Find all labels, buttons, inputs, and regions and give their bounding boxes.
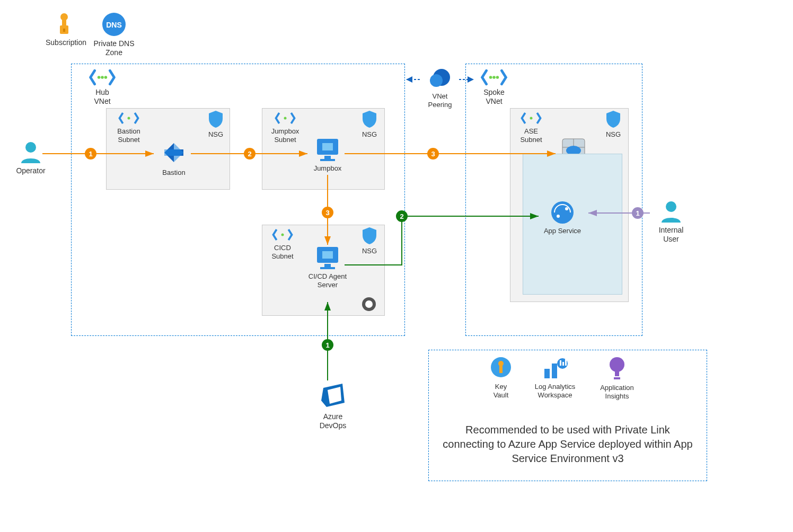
- svg-rect-47: [552, 363, 557, 378]
- svg-point-9: [101, 76, 104, 79]
- jumpbox-subnet-icon: Jumpbox Subnet: [266, 111, 304, 144]
- private-dns-label: Private DNS Zone: [90, 39, 138, 57]
- svg-point-6: [25, 142, 36, 153]
- svg-point-25: [365, 300, 373, 308]
- bastion-nsg-icon: NSG: [202, 110, 229, 139]
- private-dns-icon: DNS Private DNS Zone: [90, 12, 138, 57]
- jumpbox-label: Jumpbox: [306, 164, 349, 173]
- cicd-nsg-label: NSG: [356, 247, 383, 255]
- cicd-subnet-icon: CICD Subnet: [266, 228, 299, 260]
- bastion-icon: Bastion: [153, 139, 195, 177]
- svg-point-7: [666, 201, 676, 212]
- svg-rect-50: [562, 362, 564, 366]
- internal-user-actor: Internal User: [650, 198, 692, 244]
- svg-text:DNS: DNS: [106, 21, 122, 29]
- svg-rect-3: [63, 29, 65, 32]
- flow-badge-dev-2: 2: [396, 210, 408, 222]
- svg-point-30: [489, 76, 492, 79]
- log-analytics-label: Log Analytics Workspace: [526, 383, 584, 399]
- app-insights-label: Application Insights: [591, 384, 644, 400]
- svg-rect-17: [324, 156, 331, 159]
- svg-point-0: [60, 13, 68, 21]
- jumpbox-nsg-icon: NSG: [356, 110, 383, 139]
- svg-rect-53: [615, 371, 619, 376]
- bastion-subnet-icon: Bastion Subnet: [110, 111, 147, 144]
- jumpbox-nsg-label: NSG: [356, 130, 383, 139]
- svg-rect-16: [322, 143, 333, 150]
- svg-point-8: [98, 76, 101, 79]
- jumpbox-subnet-label: Jumpbox Subnet: [266, 127, 304, 144]
- svg-rect-45: [499, 366, 503, 373]
- bastion-nsg-label: NSG: [202, 130, 229, 139]
- spoke-nsg-label: NSG: [600, 130, 627, 139]
- svg-rect-46: [544, 369, 550, 378]
- flow-badge-user-1: 1: [632, 207, 644, 219]
- svg-point-10: [104, 76, 108, 79]
- flow-badge-op-2: 2: [244, 148, 255, 159]
- svg-point-32: [496, 76, 499, 79]
- vnet-peering-label: VNet Peering: [419, 92, 461, 109]
- svg-point-11: [128, 117, 130, 120]
- svg-rect-22: [324, 264, 331, 267]
- svg-rect-23: [320, 267, 335, 269]
- github-icon: [362, 297, 376, 314]
- svg-point-39: [557, 215, 560, 218]
- app-insights-icon: Application Insights: [591, 356, 644, 400]
- ase-subnet-icon: ASE Subnet: [514, 111, 548, 144]
- cicd-server-label: CI/CD Agent Server: [300, 272, 355, 289]
- flow-badge-jb-3: 3: [322, 207, 333, 218]
- bastion-label: Bastion: [153, 169, 195, 177]
- azure-devops-icon: Azure DevOps: [312, 380, 354, 430]
- operator-actor: Operator: [10, 139, 52, 175]
- ase-subnet-label: ASE Subnet: [514, 127, 548, 144]
- subscription-label: Subscription: [46, 38, 83, 47]
- flow-badge-dev-1: 1: [322, 339, 333, 351]
- internal-user-label: Internal User: [650, 226, 692, 244]
- flow-badge-op-3: 3: [427, 148, 439, 159]
- key-vault-icon: Key Vault: [482, 356, 519, 399]
- key-vault-label: Key Vault: [482, 383, 519, 399]
- jumpbox-icon: Jumpbox: [306, 137, 349, 173]
- svg-point-31: [492, 76, 496, 79]
- spoke-nsg-icon: NSG: [600, 110, 627, 139]
- cicd-nsg-icon: NSG: [356, 227, 383, 255]
- flow-badge-op-1: 1: [85, 148, 96, 159]
- svg-rect-54: [614, 377, 620, 379]
- recommendation-text: Recommended to be used with Private Link…: [440, 423, 695, 466]
- log-analytics-icon: Log Analytics Workspace: [526, 356, 584, 399]
- bastion-subnet-label: Bastion Subnet: [110, 127, 147, 144]
- spoke-vnet-label: Spoke VNet: [473, 88, 515, 106]
- cicd-server-icon: CI/CD Agent Server: [300, 245, 355, 289]
- svg-point-52: [610, 357, 624, 372]
- svg-rect-18: [320, 159, 335, 161]
- cicd-subnet-label: CICD Subnet: [266, 244, 299, 260]
- svg-rect-51: [565, 359, 567, 366]
- svg-point-44: [498, 361, 504, 366]
- spoke-vnet-icon: Spoke VNet: [473, 69, 515, 106]
- svg-point-40: [565, 207, 568, 210]
- subscription-icon: Subscription: [46, 13, 83, 47]
- hub-vnet-label: Hub VNet: [78, 88, 126, 106]
- svg-rect-49: [560, 360, 561, 366]
- app-service-label: App Service: [539, 227, 586, 235]
- svg-point-19: [281, 234, 284, 236]
- app-service-icon: App Service: [539, 200, 586, 235]
- svg-point-14: [284, 117, 287, 120]
- svg-point-33: [530, 117, 533, 120]
- operator-label: Operator: [10, 166, 52, 175]
- svg-rect-1: [62, 20, 66, 25]
- svg-marker-13: [164, 143, 183, 162]
- hub-vnet-icon: Hub VNet: [78, 69, 126, 106]
- azure-devops-label: Azure DevOps: [312, 412, 354, 430]
- svg-rect-21: [322, 251, 333, 259]
